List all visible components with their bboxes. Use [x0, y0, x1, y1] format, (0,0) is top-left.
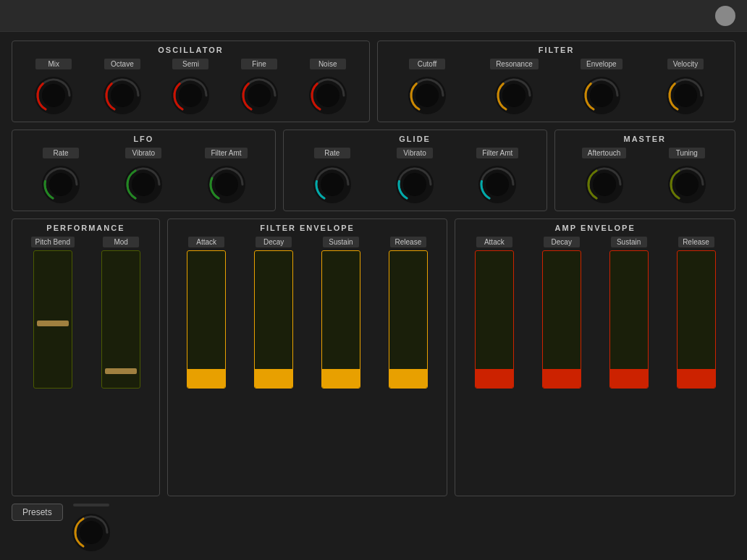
amp-env-faders: AttackDecaySustainRelease [463, 237, 727, 389]
knob-label: Filter Amt [476, 148, 518, 158]
fader-item[interactable]: Mod [101, 237, 140, 389]
fader-fill [322, 369, 360, 388]
fader-label: Sustain [611, 237, 647, 247]
svg-point-33 [675, 173, 699, 196]
performance-section: PERFORMANCE Pitch BendMod [12, 219, 160, 496]
fader-item[interactable]: Release [677, 237, 716, 389]
knob-item[interactable]: Fine [238, 59, 280, 114]
knob-label: Semi [172, 59, 208, 69]
fader-track[interactable] [475, 250, 514, 389]
svg-point-25 [321, 173, 344, 196]
knob-svg [581, 72, 622, 114]
knob-svg [583, 161, 625, 203]
filter-knobs: CutoffResonanceEnvelopeVelocity [385, 59, 727, 114]
fader-item[interactable]: Sustain [609, 237, 649, 389]
fader-label: Decay [256, 237, 292, 247]
master-knobs: AftertouchTuning [562, 148, 728, 203]
knob-label: Filter Amt [205, 148, 247, 158]
filter-env-title: FILTER ENVELOPE [175, 224, 440, 232]
performance-faders: Pitch BendMod [20, 237, 152, 389]
knob-label: Fine [241, 59, 277, 69]
knob-svg [307, 72, 349, 114]
fader-fill [255, 369, 292, 388]
knob-item[interactable]: Velocity [664, 59, 706, 114]
glide-knobs: RateVibratoFilter Amt [291, 148, 539, 203]
knob-label: Envelope [581, 59, 622, 69]
top-bar [0, 0, 747, 32]
amp-envelope-section: AMP ENVELOPE AttackDecaySustainRelease [455, 219, 735, 496]
performance-title: PERFORMANCE [20, 224, 152, 232]
fader-item[interactable]: Decay [542, 237, 581, 389]
fader-label: Release [390, 237, 426, 247]
knob-label: Rate [43, 148, 79, 158]
fader-fill [543, 369, 581, 388]
fader-label: Attack [188, 237, 224, 247]
fader-item[interactable]: Sustain [321, 237, 360, 389]
row-presets: Presets [12, 504, 735, 551]
knob-label: Vibrato [125, 148, 161, 158]
fader-track[interactable] [542, 250, 581, 389]
knob-item[interactable]: Vibrato [394, 148, 436, 203]
knob-label [73, 504, 109, 506]
knob-item[interactable]: Rate [311, 148, 353, 203]
glide-title: GLIDE [291, 135, 539, 143]
svg-point-19 [49, 173, 72, 196]
fader-track[interactable] [254, 250, 293, 389]
knob-item[interactable]: Vibrato [122, 148, 164, 203]
fader-track[interactable] [187, 250, 226, 389]
knob-label: Octave [104, 59, 140, 69]
power-button[interactable] [715, 6, 735, 26]
filter-section: FILTER CutoffResonanceEnvelopeVelocity [377, 41, 735, 122]
main-content: OSCILLATOR MixOctaveSemiFineNoise FILTER… [0, 32, 747, 560]
row-oscillator-filter: OSCILLATOR MixOctaveSemiFineNoise FILTER… [12, 41, 735, 122]
fader-item[interactable]: Pitch Bend [31, 237, 75, 389]
fader-thumb [105, 368, 137, 374]
knob-item[interactable]: Tuning [666, 148, 708, 203]
fader-track[interactable] [677, 250, 716, 389]
lfo-title: LFO [20, 135, 268, 143]
fader-item[interactable]: Attack [475, 237, 514, 389]
fader-track[interactable] [321, 250, 360, 389]
knob-item[interactable]: Filter Amt [476, 148, 518, 203]
fader-track[interactable] [101, 250, 140, 389]
filter-envelope-section: FILTER ENVELOPE AttackDecaySustainReleas… [167, 219, 448, 496]
knob-item[interactable] [70, 504, 112, 551]
knob-svg [394, 161, 436, 203]
svg-point-29 [486, 173, 509, 196]
knob-item[interactable]: Rate [40, 148, 82, 203]
fader-item[interactable]: Attack [187, 237, 226, 389]
knob-label: Resonance [490, 59, 539, 69]
knob-item[interactable]: Mix [33, 59, 75, 114]
oscillator-title: OSCILLATOR [20, 46, 362, 54]
row-lfo-glide-master: LFO RateVibratoFilter Amt GLIDE RateVibr… [12, 130, 735, 211]
knob-item[interactable]: Semi [169, 59, 211, 114]
fader-track[interactable] [33, 250, 72, 389]
fader-track[interactable] [609, 250, 649, 389]
filter-title: FILTER [385, 46, 727, 54]
knob-item[interactable]: Filter Amt [205, 148, 247, 203]
fader-item[interactable]: Decay [254, 237, 293, 389]
knob-item[interactable]: Octave [101, 59, 143, 114]
lfo-knobs: RateVibratoFilter Amt [20, 148, 268, 203]
fader-label: Pitch Bend [31, 237, 75, 247]
knob-label: Noise [310, 59, 346, 69]
knob-svg [664, 72, 706, 114]
presets-button[interactable]: Presets [12, 504, 63, 521]
fader-label: Sustain [323, 237, 359, 247]
fader-fill [187, 369, 225, 388]
knob-svg [493, 72, 535, 114]
fader-track[interactable] [389, 250, 428, 389]
knob-item[interactable]: Aftertouch [582, 148, 627, 203]
fader-label: Mod [103, 237, 139, 247]
knob-label: Aftertouch [582, 148, 627, 158]
volume-knob[interactable] [70, 504, 112, 551]
knob-label: Rate [314, 148, 350, 158]
knob-item[interactable]: Resonance [490, 59, 539, 114]
knob-label: Mix [35, 59, 72, 69]
fader-item[interactable]: Release [389, 237, 428, 389]
knob-item[interactable]: Cutoff [406, 59, 448, 114]
knob-item[interactable]: Noise [307, 59, 349, 114]
knob-svg [311, 161, 353, 203]
knob-item[interactable]: Envelope [581, 59, 622, 114]
lfo-section: LFO RateVibratoFilter Amt [12, 130, 276, 211]
